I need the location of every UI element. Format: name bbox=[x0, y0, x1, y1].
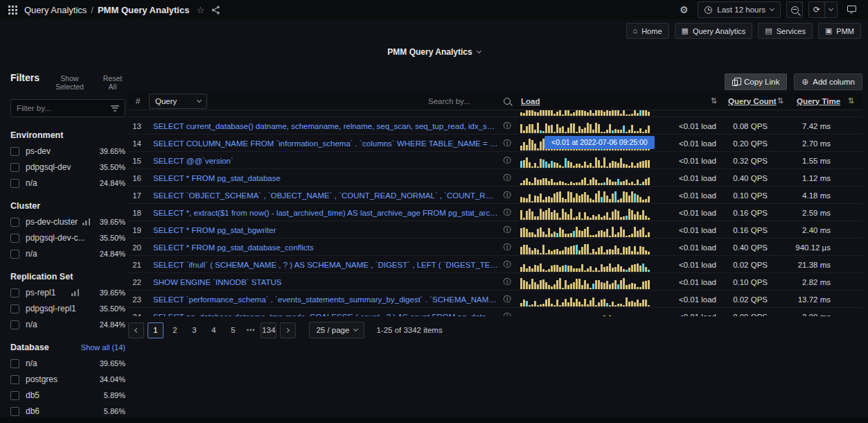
load-cell[interactable]: <0.01 load bbox=[516, 239, 722, 256]
filter-checkbox[interactable] bbox=[10, 320, 19, 329]
apps-grid-icon[interactable] bbox=[8, 6, 17, 15]
filter-checkbox[interactable] bbox=[10, 407, 19, 416]
filter-item-label[interactable]: n/a bbox=[26, 178, 37, 188]
query-link[interactable]: SELECT COLUMN_NAME FROM `information_sch… bbox=[153, 139, 499, 148]
breadcrumb-page[interactable]: PMM Query Analytics bbox=[98, 5, 189, 15]
filter-item-label[interactable]: n/a bbox=[26, 320, 37, 329]
load-cell[interactable]: <0.01 load bbox=[516, 187, 722, 204]
reset-all-button[interactable]: Reset All bbox=[100, 74, 125, 91]
filter-checkbox[interactable] bbox=[10, 359, 19, 368]
page-button-5[interactable]: 5 bbox=[225, 322, 241, 338]
quicklink-query-analytics[interactable]: ▦ Query Analytics bbox=[675, 23, 753, 39]
filter-checkbox[interactable] bbox=[10, 288, 19, 297]
query-link[interactable]: SELECT current_database() datname, schem… bbox=[153, 122, 499, 130]
filter-checkbox[interactable] bbox=[10, 147, 19, 156]
search-icon[interactable] bbox=[504, 98, 511, 105]
zoom-out-button[interactable] bbox=[786, 1, 803, 18]
info-icon[interactable]: ⓘ bbox=[504, 242, 512, 252]
query-link[interactable]: SELECT *, extract($1 from now() - last_a… bbox=[153, 209, 499, 217]
filter-checkbox[interactable] bbox=[10, 179, 19, 188]
filter-item-label[interactable]: ps-dev-cluster bbox=[26, 217, 78, 227]
refresh-interval-button[interactable] bbox=[825, 1, 838, 18]
filter-item-label[interactable]: n/a bbox=[26, 359, 37, 368]
query-link[interactable]: SELECT `ifnull` ( SCHEMA_NAME , ? ) AS S… bbox=[153, 261, 499, 269]
info-icon[interactable]: ⓘ bbox=[504, 121, 512, 131]
pagination-ellipsis[interactable]: ••• bbox=[245, 327, 257, 334]
next-page-button[interactable] bbox=[280, 322, 296, 338]
filter-item-label[interactable]: postgres bbox=[26, 374, 57, 384]
info-icon[interactable]: ⓘ bbox=[504, 294, 512, 304]
filter-item-label[interactable]: ps-repl1 bbox=[26, 288, 55, 297]
column-header-query-count[interactable]: Query Count ⇅ bbox=[722, 92, 790, 110]
quicklink-services[interactable]: ▤ Services bbox=[758, 23, 813, 39]
info-icon[interactable]: ⓘ bbox=[504, 155, 512, 166]
load-cell[interactable]: <0.01 load bbox=[516, 152, 722, 169]
page-button-1[interactable]: 1 bbox=[148, 322, 163, 338]
info-icon[interactable]: ⓘ bbox=[504, 173, 512, 183]
load-cell[interactable]: <0.01 load bbox=[516, 169, 722, 187]
load-cell[interactable]: <0.01 load bbox=[516, 273, 722, 291]
load-cell[interactable] bbox=[516, 110, 722, 117]
info-icon[interactable]: ⓘ bbox=[504, 138, 512, 148]
quicklink-pmm[interactable]: ▣ PMM bbox=[818, 23, 861, 39]
copy-link-button[interactable]: Copy Link bbox=[725, 74, 787, 90]
query-link[interactable]: SELECT `OBJECT_SCHEMA` , `OBJECT_NAME` ,… bbox=[153, 191, 499, 200]
show-all-link[interactable]: Show all (14) bbox=[81, 343, 125, 352]
query-link[interactable]: SELECT * FROM pg_stat_database_conflicts bbox=[153, 243, 499, 252]
filter-item-label[interactable]: n/a bbox=[26, 249, 37, 259]
page-size-select[interactable]: 25 / page bbox=[309, 322, 364, 338]
query-link[interactable]: SELECT pg_database.datname, tmp.mode, CO… bbox=[153, 313, 499, 317]
info-icon[interactable]: ⓘ bbox=[504, 311, 512, 316]
load-cell[interactable]: <0.01 load bbox=[516, 221, 722, 239]
filter-checkbox[interactable] bbox=[10, 250, 19, 259]
query-dimension-select[interactable]: Query bbox=[149, 94, 207, 109]
page-button-4[interactable]: 4 bbox=[206, 322, 222, 338]
breadcrumb-section[interactable]: Query Analytics bbox=[24, 5, 87, 15]
load-cell[interactable]: <0.01 load bbox=[516, 117, 722, 135]
query-link[interactable]: SELECT `performance_schema` . `events_st… bbox=[153, 295, 499, 304]
filter-checkbox[interactable] bbox=[10, 218, 19, 227]
add-column-button[interactable]: ⊕ Add column bbox=[794, 74, 862, 90]
star-icon[interactable]: ☆ bbox=[196, 5, 204, 15]
page-button-134[interactable]: 134 bbox=[260, 322, 276, 338]
filter-item-label[interactable]: ps-dev bbox=[26, 146, 51, 156]
filter-item-label[interactable]: pdpgsql-dev-c... bbox=[26, 233, 85, 243]
search-input[interactable] bbox=[428, 97, 497, 105]
query-link[interactable]: SHOW ENGINE `INNODB` STATUS bbox=[153, 278, 499, 286]
info-icon[interactable]: ⓘ bbox=[504, 277, 512, 287]
filter-search-input[interactable] bbox=[17, 104, 107, 112]
filter-checkbox[interactable] bbox=[10, 391, 19, 400]
column-header-load[interactable]: Load ⇅ bbox=[516, 92, 722, 110]
filter-item-label[interactable]: db6 bbox=[26, 406, 39, 416]
time-range-picker[interactable]: Last 12 hours bbox=[698, 1, 781, 18]
column-header-query-time[interactable]: Query Time ⇅ bbox=[790, 92, 862, 110]
prev-page-button[interactable] bbox=[128, 322, 144, 338]
filter-checkbox[interactable] bbox=[10, 163, 19, 172]
kiosk-mode-button[interactable] bbox=[843, 1, 860, 18]
dashboard-settings-button[interactable]: ⚙ bbox=[675, 1, 692, 18]
query-link[interactable]: SELECT * FROM pg_stat_database bbox=[153, 174, 499, 182]
query-link[interactable]: SELECT * FROM pg_stat_bgwriter bbox=[153, 226, 499, 234]
page-button-3[interactable]: 3 bbox=[186, 322, 202, 338]
query-link[interactable]: SELECT @@`version` bbox=[153, 157, 499, 165]
filter-item-label[interactable]: pdpgsql-dev bbox=[26, 162, 71, 172]
filter-item-label[interactable]: pdpgsql-repl1 bbox=[26, 304, 76, 313]
info-icon[interactable]: ⓘ bbox=[504, 207, 512, 218]
filter-checkbox[interactable] bbox=[10, 375, 19, 384]
info-icon[interactable]: ⓘ bbox=[504, 225, 512, 235]
page-button-2[interactable]: 2 bbox=[167, 322, 183, 338]
dashboard-title[interactable]: PMM Query Analytics bbox=[0, 47, 868, 57]
show-selected-button[interactable]: Show Selected bbox=[48, 74, 91, 91]
quicklink-home[interactable]: ⌂ Home bbox=[626, 23, 669, 39]
filter-checkbox[interactable] bbox=[10, 234, 19, 243]
filter-item-label[interactable]: db5 bbox=[26, 390, 39, 400]
info-icon[interactable]: ⓘ bbox=[504, 259, 512, 270]
share-icon[interactable] bbox=[211, 6, 220, 15]
info-icon[interactable]: ⓘ bbox=[504, 190, 512, 200]
filter-checkbox[interactable] bbox=[10, 304, 19, 313]
refresh-button[interactable]: ⟳ bbox=[808, 1, 825, 18]
load-cell[interactable]: <0.01 load bbox=[516, 204, 722, 221]
load-cell[interactable]: <0.01 load bbox=[516, 308, 722, 316]
load-cell[interactable]: <0.01 load bbox=[516, 256, 722, 273]
load-cell[interactable]: <0.01 load bbox=[516, 291, 722, 308]
